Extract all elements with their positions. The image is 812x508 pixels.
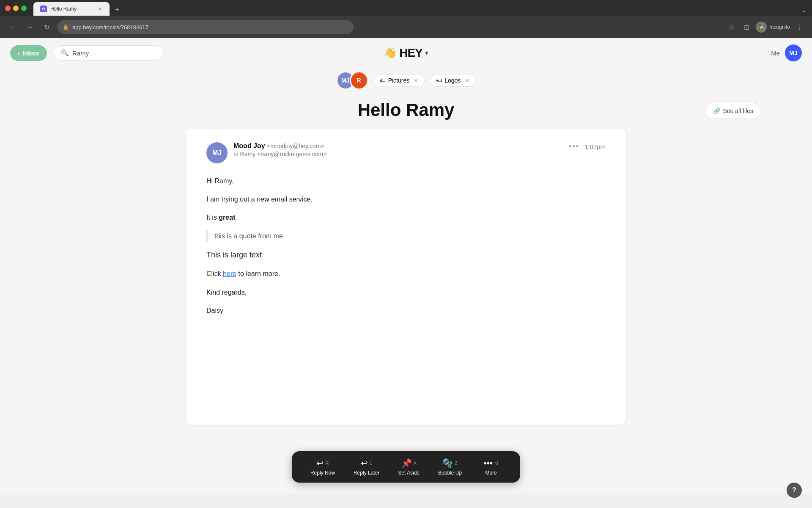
- link-post: to learn more.: [236, 270, 280, 277]
- logos-label: Logos: [444, 77, 461, 84]
- closing: Kind regards,: [206, 287, 606, 298]
- greeting: Hi Ramy,: [206, 175, 606, 187]
- wave-icon: 👋: [384, 47, 397, 59]
- set-aside-icon-row: 📌 A: [401, 458, 417, 468]
- reply-later-label: Reply Later: [354, 470, 379, 476]
- incognito-badge: 🕵 Incognito: [756, 22, 790, 33]
- email-title-area: Hello Ramy 🔗 See all files: [0, 93, 812, 129]
- maximize-button[interactable]: [21, 6, 27, 11]
- search-icon: 🔍: [61, 49, 69, 57]
- title-bar: H Hello Ramy ✕ + ⌄: [0, 0, 812, 16]
- participant-avatar-r[interactable]: R: [350, 71, 368, 90]
- sender-name-line: Mood Joy <moodjoy@hey.com>: [233, 142, 569, 150]
- menu-icon[interactable]: ⋮: [793, 21, 805, 33]
- see-all-files-button[interactable]: 🔗 See all files: [705, 103, 761, 119]
- window-controls: [5, 6, 27, 11]
- search-bar[interactable]: 🔍 Ramy: [54, 45, 164, 61]
- set-aside-shortcut: A: [414, 461, 417, 466]
- back-button[interactable]: ←: [7, 21, 19, 33]
- address-right-icons: ☆ ⊡ 🕵 Incognito ⋮: [725, 21, 805, 33]
- bookmark-icon[interactable]: ☆: [725, 21, 737, 33]
- tab-close-button[interactable]: ✕: [96, 6, 103, 12]
- user-avatar[interactable]: MJ: [785, 44, 802, 61]
- more-shortcut: M: [494, 461, 498, 466]
- help-button[interactable]: ?: [787, 483, 802, 498]
- tab-search-icon[interactable]: ⊡: [741, 21, 752, 33]
- body-line2-bold: great: [219, 214, 235, 221]
- blockquote-text: this is a quote from me: [214, 232, 283, 240]
- more-icon-row: ••• M: [484, 458, 498, 468]
- sender-avatar: MJ: [206, 142, 228, 163]
- me-label: Me: [771, 50, 780, 57]
- bubble-up-icon-row: 🫧 Z: [442, 458, 458, 468]
- email-body: Hi Ramy, I am trying out a new email ser…: [206, 175, 606, 316]
- search-text: Ramy: [72, 50, 89, 57]
- bubble-up-icon: 🫧: [442, 458, 453, 468]
- here-link[interactable]: here: [223, 270, 236, 277]
- lock-icon: 🔒: [63, 24, 69, 30]
- more-label: More: [485, 470, 497, 476]
- minimize-button[interactable]: [13, 6, 19, 11]
- hey-chevron-icon: ▾: [425, 50, 428, 56]
- signature: Daisy: [206, 305, 606, 316]
- pictures-tag[interactable]: 🏷 Pictures ✕: [373, 74, 425, 87]
- inbox-button[interactable]: ‹ Inbox: [10, 45, 47, 61]
- set-aside-label: Set Aside: [398, 470, 420, 476]
- logos-remove-icon[interactable]: ✕: [465, 77, 469, 84]
- new-tab-button[interactable]: +: [111, 4, 123, 16]
- tab-favicon: H: [40, 6, 47, 12]
- tab-title: Hello Ramy: [50, 6, 77, 12]
- tab-bar: H Hello Ramy ✕ + ⌄: [33, 0, 807, 16]
- email-more-button[interactable]: •••: [569, 142, 579, 151]
- body-line1: I am trying out a new email service.: [206, 193, 606, 205]
- address-bar: ← → ↻ 🔒 app.hey.com/topics/768184617 ☆ ⊡…: [0, 16, 812, 38]
- top-nav: ‹ Inbox 🔍 Ramy 👋 HEY ▾ Me MJ: [0, 38, 812, 68]
- bubble-up-button[interactable]: 🫧 Z Bubble Up: [430, 456, 470, 478]
- email-meta-right: ••• 1:07pm: [569, 142, 606, 151]
- set-aside-icon: 📌: [401, 458, 412, 468]
- incognito-label: Incognito: [769, 24, 790, 30]
- reply-now-icon-row: ↩ R: [316, 458, 329, 468]
- logos-tag[interactable]: 🏷 Logos ✕: [430, 74, 476, 87]
- reply-later-icon-row: ↩ L: [361, 458, 372, 468]
- reply-now-shortcut: R: [325, 461, 329, 466]
- inbox-label: Inbox: [22, 50, 39, 57]
- address-input[interactable]: 🔒 app.hey.com/topics/768184617: [58, 20, 354, 34]
- pictures-remove-icon[interactable]: ✕: [414, 77, 418, 84]
- bottom-toolbar: ↩ R Reply Now ↩ L Reply Later 📌 A Set As…: [292, 451, 520, 483]
- more-button[interactable]: ••• M More: [472, 456, 510, 478]
- close-button[interactable]: [5, 6, 11, 11]
- active-tab[interactable]: H Hello Ramy ✕: [33, 2, 110, 16]
- bubble-up-shortcut: Z: [455, 461, 458, 466]
- inbox-chevron-icon: ‹: [18, 50, 20, 57]
- large-text: This is large text: [206, 248, 606, 262]
- tab-list-button[interactable]: ⌄: [801, 6, 807, 16]
- email-header: MJ Mood Joy <moodjoy@hey.com> to Ramy <r…: [206, 142, 606, 163]
- sender-email: <moodjoy@hey.com>: [267, 143, 324, 149]
- refresh-button[interactable]: ↻: [41, 21, 52, 33]
- more-icon: •••: [484, 458, 493, 468]
- nav-right: Me MJ: [771, 44, 802, 61]
- hey-logo[interactable]: 👋 HEY ▾: [384, 46, 428, 60]
- sender-info: Mood Joy <moodjoy@hey.com> to Ramy <ramy…: [233, 142, 569, 157]
- reply-now-icon: ↩: [316, 458, 324, 468]
- incognito-avatar: 🕵: [756, 22, 767, 33]
- paperclip-icon: 🔗: [713, 108, 720, 114]
- forward-button[interactable]: →: [24, 21, 36, 33]
- body-line2: It is great: [206, 212, 606, 223]
- set-aside-button[interactable]: 📌 A Set Aside: [390, 456, 428, 478]
- email-timestamp: 1:07pm: [584, 143, 606, 150]
- reply-now-button[interactable]: ↩ R Reply Now: [302, 456, 343, 478]
- reply-later-button[interactable]: ↩ L Reply Later: [345, 456, 388, 478]
- labels-area: MJ R 🏷 Pictures ✕ 🏷 Logos ✕: [0, 68, 812, 93]
- app-content: ‹ Inbox 🔍 Ramy 👋 HEY ▾ Me MJ MJ R 🏷 Pict…: [0, 38, 812, 493]
- link-pre: Click: [206, 270, 223, 277]
- email-card: MJ Mood Joy <moodjoy@hey.com> to Ramy <r…: [186, 129, 626, 425]
- url-text: app.hey.com/topics/768184617: [72, 24, 348, 30]
- reply-later-shortcut: L: [370, 461, 372, 466]
- tag-icon-logos: 🏷: [436, 77, 442, 84]
- link-line: Click here to learn more.: [206, 268, 606, 279]
- reply-now-label: Reply Now: [310, 470, 335, 476]
- tag-icon: 🏷: [380, 77, 386, 84]
- hey-text: HEY: [399, 46, 422, 60]
